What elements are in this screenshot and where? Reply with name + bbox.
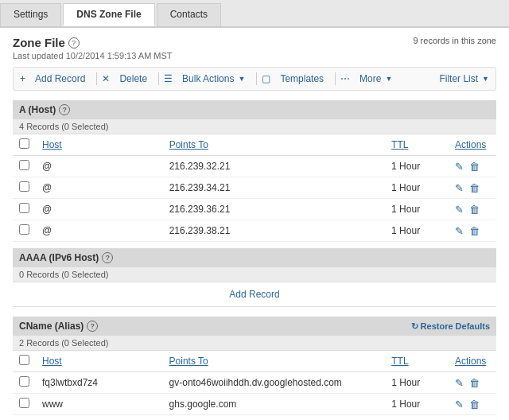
delete-button[interactable]: Delete [113, 71, 153, 87]
delete-icon-a-2[interactable]: 🗑 [469, 204, 480, 216]
section-cname-table: Host Points To TTL Actions fq3lwtbxd7z4 … [13, 351, 496, 415]
main-content: Zone File ? 9 records in this zone Last … [0, 28, 509, 420]
actions-cname-0: ✎ 🗑 [449, 372, 496, 394]
col-points-a[interactable]: Points To [163, 134, 385, 156]
section-aaaa-info-icon[interactable]: ? [102, 252, 113, 263]
toolbar-right: Filter List ▼ [439, 73, 489, 84]
last-updated: Last updated 10/2/2014 1:59:13 AM MST [13, 51, 496, 60]
tab-settings[interactable]: Settings [0, 3, 61, 26]
bulk-actions-button[interactable]: Bulk Actions ▼ [176, 71, 251, 87]
delete-icon: ✕ [102, 73, 110, 84]
row-check-a-3[interactable] [19, 224, 29, 235]
more-button[interactable]: More ▼ [353, 71, 398, 87]
row-check-cname-0[interactable] [19, 376, 29, 387]
section-a-subheader: 4 Records (0 Selected) [13, 119, 496, 134]
section-a-table: Host Points To TTL Actions @ 216.239.32.… [13, 134, 496, 242]
row-check-a-0[interactable] [19, 160, 29, 170]
delete-icon-cname-1[interactable]: 🗑 [469, 399, 480, 410]
add-record-button[interactable]: Add Record [29, 71, 91, 87]
page-title: Zone File [13, 36, 65, 49]
host-a-1: @ [36, 177, 163, 199]
zone-file-header: Zone File ? 9 records in this zone [13, 36, 496, 49]
host-a-3: @ [36, 220, 163, 242]
restore-defaults-button[interactable]: ↻ Restore Defaults [411, 321, 490, 332]
zone-file-info-icon[interactable]: ? [68, 37, 80, 49]
more-icon: ⋯ [340, 73, 350, 84]
edit-icon-a-3[interactable]: ✎ [455, 225, 464, 237]
more-caret: ▼ [385, 75, 392, 83]
points-a-3: 216.239.38.21 [163, 220, 385, 242]
col-ttl-a[interactable]: TTL [385, 134, 449, 156]
templates-button[interactable]: Templates [274, 71, 330, 87]
points-cname-1: ghs.google.com [163, 394, 386, 415]
actions-a-1: ✎ 🗑 [449, 177, 496, 199]
toolbar-divider-4 [335, 72, 336, 85]
table-row: @ 216.239.32.21 1 Hour ✎ 🗑 [13, 156, 496, 177]
col-check-cname [13, 351, 36, 372]
host-a-0: @ [36, 156, 163, 177]
ttl-cname-0: 1 Hour [385, 372, 449, 394]
col-actions-a: Actions [449, 134, 496, 156]
delete-icon-cname-0[interactable]: 🗑 [469, 377, 480, 389]
bulk-actions-icon: ☰ [164, 73, 173, 84]
section-a-header: A (Host) ? [13, 100, 496, 119]
toolbar-divider-3 [256, 72, 257, 85]
section-gap [13, 307, 496, 317]
ttl-a-2: 1 Hour [385, 199, 449, 220]
tabs-bar: Settings DNS Zone File Contacts [0, 0, 509, 28]
edit-icon-a-2[interactable]: ✎ [455, 204, 464, 216]
actions-a-3: ✎ 🗑 [449, 220, 496, 242]
templates-icon: ▢ [262, 73, 270, 84]
section-cname-info-icon[interactable]: ? [87, 321, 98, 332]
col-ttl-cname[interactable]: TTL [385, 351, 449, 372]
actions-cname-1: ✎ 🗑 [449, 394, 496, 415]
col-host-cname[interactable]: Host [36, 351, 163, 372]
host-cname-0: fq3lwtbxd7z4 [36, 372, 163, 394]
select-all-cname[interactable] [19, 355, 29, 365]
edit-icon-a-1[interactable]: ✎ [455, 182, 464, 194]
section-cname-header-row: Host Points To TTL Actions [13, 351, 496, 372]
ttl-a-1: 1 Hour [385, 177, 449, 199]
row-check-a-2[interactable] [19, 203, 29, 213]
delete-icon-a-0[interactable]: 🗑 [469, 161, 480, 173]
add-record-icon: + [20, 73, 25, 84]
tab-dns-zone-file[interactable]: DNS Zone File [63, 3, 154, 26]
filter-list-button[interactable]: Filter List ▼ [439, 73, 489, 84]
col-check-a [13, 134, 36, 156]
section-cname-header: CName (Alias) ? ↻ Restore Defaults [13, 317, 496, 336]
col-host-a[interactable]: Host [36, 134, 163, 156]
delete-icon-a-1[interactable]: 🗑 [469, 182, 480, 194]
points-a-0: 216.239.32.21 [163, 156, 385, 177]
table-row: @ 216.239.34.21 1 Hour ✎ 🗑 [13, 177, 496, 199]
bulk-actions-caret: ▼ [238, 75, 245, 83]
actions-a-0: ✎ 🗑 [449, 156, 496, 177]
filter-caret: ▼ [482, 75, 489, 83]
section-aaaa-header: AAAA (IPv6 Host) ? [13, 248, 496, 267]
select-all-a[interactable] [19, 138, 29, 149]
edit-icon-a-0[interactable]: ✎ [455, 161, 464, 173]
points-a-1: 216.239.34.21 [163, 177, 385, 199]
row-check-cname-1[interactable] [19, 398, 29, 408]
ttl-a-3: 1 Hour [385, 220, 449, 242]
table-row: @ 216.239.38.21 1 Hour ✎ 🗑 [13, 220, 496, 242]
edit-icon-cname-0[interactable]: ✎ [455, 377, 464, 389]
section-a-header-row: Host Points To TTL Actions [13, 134, 496, 156]
add-record-center-aaaa: Add Record [13, 282, 496, 307]
row-check-a-1[interactable] [19, 181, 29, 192]
col-points-cname[interactable]: Points To [163, 351, 386, 372]
host-a-2: @ [36, 199, 163, 220]
ttl-cname-1: 1 Hour [385, 394, 449, 415]
table-row: @ 216.239.36.21 1 Hour ✎ 🗑 [13, 199, 496, 220]
section-aaaa-subheader: 0 Records (0 Selected) [13, 267, 496, 282]
actions-a-2: ✎ 🗑 [449, 199, 496, 220]
add-record-link-aaaa[interactable]: Add Record [229, 289, 279, 300]
section-a-info-icon[interactable]: ? [59, 104, 70, 115]
col-actions-cname: Actions [449, 351, 496, 372]
edit-icon-cname-1[interactable]: ✎ [455, 399, 464, 410]
points-cname-0: gv-onto46woiihddh.dv.googlehosted.com [163, 372, 386, 394]
tab-contacts[interactable]: Contacts [157, 3, 221, 26]
toolbar: + Add Record ✕ Delete ☰ Bulk Actions ▼ ▢… [13, 67, 496, 91]
records-count: 9 records in this zone [413, 36, 496, 45]
table-row: www ghs.google.com 1 Hour ✎ 🗑 [13, 394, 496, 415]
delete-icon-a-3[interactable]: 🗑 [469, 225, 480, 237]
